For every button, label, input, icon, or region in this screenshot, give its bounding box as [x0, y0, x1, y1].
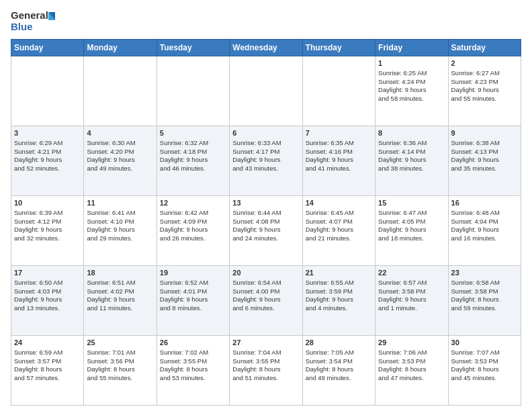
day-info-line: Sunrise: 6:51 AM [87, 279, 135, 286]
day-number: 19 [160, 268, 226, 278]
day-info-line: Sunset: 4:02 PM [87, 287, 134, 295]
calendar-cell: 19Sunrise: 6:52 AMSunset: 4:01 PMDayligh… [157, 266, 229, 336]
day-info-line: Sunset: 3:56 PM [87, 357, 134, 365]
day-number: 21 [306, 268, 372, 278]
calendar-cell: 8Sunrise: 6:36 AMSunset: 4:14 PMDaylight… [375, 126, 448, 196]
day-info-line: and 55 minutes. [87, 374, 132, 381]
day-info-line: and 41 minutes. [306, 165, 351, 172]
weekday-header-wednesday: Wednesday [230, 40, 302, 56]
day-info-line: Sunrise: 6:33 AM [232, 139, 281, 146]
calendar-cell: 3Sunrise: 6:29 AMSunset: 4:21 PMDaylight… [11, 126, 84, 196]
calendar-cell: 18Sunrise: 6:51 AMSunset: 4:02 PMDayligh… [84, 266, 157, 336]
day-info-line: Sunset: 4:18 PM [160, 148, 207, 155]
day-info-line: Sunset: 3:54 PM [306, 357, 353, 365]
day-info-line: Daylight: 9 hours [306, 226, 353, 233]
day-info-line: Sunset: 3:58 PM [378, 287, 425, 295]
day-info-line: Daylight: 9 hours [451, 156, 499, 163]
week-row-0: 1Sunrise: 6:25 AMSunset: 4:24 PMDaylight… [11, 56, 521, 126]
weekday-header-tuesday: Tuesday [157, 40, 229, 56]
calendar-cell: 21Sunrise: 6:55 AMSunset: 3:59 PMDayligh… [302, 266, 375, 336]
calendar-cell: 17Sunrise: 6:50 AMSunset: 4:03 PMDayligh… [11, 266, 84, 336]
day-info-line: Sunrise: 6:47 AM [378, 209, 427, 216]
day-info-line: Sunset: 4:01 PM [160, 287, 207, 295]
day-info-line: Daylight: 9 hours [232, 226, 280, 233]
weekday-row: SundayMondayTuesdayWednesdayThursdayFrid… [11, 40, 521, 56]
day-info-line: and 21 minutes. [306, 234, 351, 242]
day-info-line: Daylight: 9 hours [14, 226, 62, 233]
day-number: 22 [378, 268, 445, 278]
day-number: 29 [378, 338, 445, 348]
day-info-line: Sunrise: 6:39 AM [14, 209, 62, 216]
day-number: 27 [232, 338, 299, 348]
day-info-line: Sunrise: 6:30 AM [87, 139, 135, 146]
calendar-cell: 12Sunrise: 6:42 AMSunset: 4:09 PMDayligh… [157, 196, 229, 266]
day-info-line: and 52 minutes. [14, 165, 60, 172]
day-number: 20 [232, 268, 299, 278]
day-info-line: Sunrise: 7:04 AM [232, 349, 281, 356]
day-info-line: Sunrise: 6:48 AM [451, 209, 500, 216]
day-info-line: Sunrise: 6:59 AM [14, 349, 62, 356]
day-number: 2 [451, 58, 518, 68]
day-info-line: Sunrise: 6:41 AM [87, 209, 135, 216]
calendar-cell: 15Sunrise: 6:47 AMSunset: 4:05 PMDayligh… [375, 196, 448, 266]
calendar-cell: 24Sunrise: 6:59 AMSunset: 3:57 PMDayligh… [11, 336, 84, 406]
day-info-line: and 55 minutes. [451, 95, 497, 102]
day-info-line: Sunset: 3:57 PM [14, 357, 61, 365]
day-info-line: Sunrise: 6:29 AM [14, 139, 62, 146]
day-info-line: and 51 minutes. [232, 374, 278, 381]
day-info-line: Sunrise: 6:25 AM [378, 69, 427, 77]
day-info-line: Sunset: 4:05 PM [378, 218, 425, 225]
day-info-line: Sunset: 4:04 PM [451, 218, 498, 225]
day-info-line: Daylight: 9 hours [378, 156, 426, 163]
day-info-line: Sunrise: 6:57 AM [378, 279, 427, 286]
day-info-line: and 29 minutes. [87, 234, 132, 242]
calendar-cell: 30Sunrise: 7:07 AMSunset: 3:53 PMDayligh… [448, 336, 521, 406]
day-info-line: Daylight: 9 hours [14, 295, 62, 303]
day-info-line: Sunset: 4:07 PM [306, 218, 353, 225]
calendar-cell: 7Sunrise: 6:35 AMSunset: 4:16 PMDaylight… [302, 126, 375, 196]
day-info-line: Sunrise: 6:52 AM [160, 279, 208, 286]
day-number: 4 [87, 128, 153, 138]
day-info-line: and 58 minutes. [378, 95, 424, 102]
day-info-line: Sunset: 4:23 PM [451, 78, 498, 85]
day-number: 18 [87, 268, 153, 278]
day-info-line: Sunrise: 6:44 AM [232, 209, 281, 216]
day-number: 7 [306, 128, 372, 138]
day-number: 1 [378, 58, 445, 68]
day-info-line: Daylight: 9 hours [378, 295, 426, 303]
day-info-line: Sunset: 4:17 PM [232, 148, 279, 155]
day-info-line: Sunrise: 6:27 AM [451, 69, 500, 77]
day-info-line: Sunset: 4:03 PM [14, 287, 61, 295]
day-info-line: and 46 minutes. [160, 165, 206, 172]
day-info-line: and 11 minutes. [87, 304, 132, 312]
day-info-line: and 18 minutes. [378, 234, 424, 242]
day-info-line: Sunrise: 6:54 AM [232, 279, 281, 286]
day-info-line: Daylight: 8 hours [87, 365, 134, 373]
day-info-line: Sunrise: 7:01 AM [87, 349, 135, 356]
week-row-2: 10Sunrise: 6:39 AMSunset: 4:12 PMDayligh… [11, 196, 521, 266]
calendar-cell: 28Sunrise: 7:05 AMSunset: 3:54 PMDayligh… [302, 336, 375, 406]
day-number: 17 [14, 268, 81, 278]
calendar-cell: 22Sunrise: 6:57 AMSunset: 3:58 PMDayligh… [375, 266, 448, 336]
weekday-header-saturday: Saturday [448, 40, 521, 56]
day-info-line: and 57 minutes. [14, 374, 60, 381]
day-info-line: Daylight: 9 hours [14, 156, 62, 163]
day-info-line: and 32 minutes. [14, 234, 60, 242]
day-number: 25 [87, 338, 153, 348]
day-info-line: and 53 minutes. [160, 374, 206, 381]
day-info-line: Sunrise: 6:35 AM [306, 139, 354, 146]
day-info-line: and 26 minutes. [160, 234, 206, 242]
calendar-cell: 16Sunrise: 6:48 AMSunset: 4:04 PMDayligh… [448, 196, 521, 266]
calendar-cell: 9Sunrise: 6:38 AMSunset: 4:13 PMDaylight… [448, 126, 521, 196]
day-info-line: Sunrise: 6:45 AM [306, 209, 354, 216]
day-info-line: Sunset: 4:24 PM [378, 78, 425, 85]
calendar-body: 1Sunrise: 6:25 AMSunset: 4:24 PMDaylight… [11, 56, 521, 406]
weekday-header-sunday: Sunday [11, 40, 84, 56]
day-number: 10 [14, 198, 81, 208]
day-info-line: Daylight: 8 hours [160, 365, 208, 373]
day-number: 12 [160, 198, 226, 208]
day-info-line: and 8 minutes. [160, 304, 202, 312]
day-info-line: and 1 minute. [378, 304, 417, 312]
day-info-line: Sunset: 3:58 PM [451, 287, 498, 295]
day-info-line: Daylight: 8 hours [14, 365, 62, 373]
